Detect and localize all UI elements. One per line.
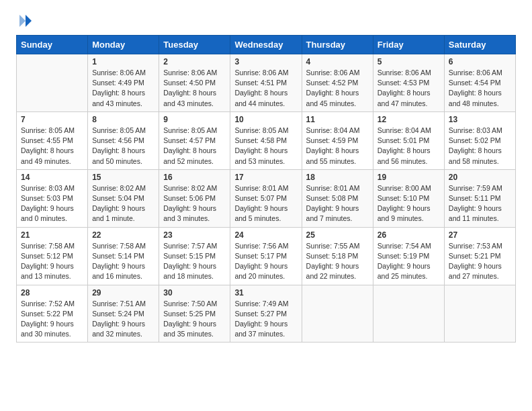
day-info-w4-d5: Sunrise: 7:55 AMSunset: 5:18 PMDaylight:… — [306, 241, 369, 282]
cell-w5-d5 — [302, 285, 373, 342]
day-number-w1-d2: 1 — [92, 57, 154, 66]
day-info-w5-d2: Sunrise: 7:51 AMSunset: 5:24 PMDaylight:… — [92, 299, 154, 340]
day-info-w3-d7: Sunrise: 7:59 AMSunset: 5:11 PMDaylight:… — [449, 183, 511, 224]
day-info-w2-d6: Sunrise: 8:04 AMSunset: 5:01 PMDaylight:… — [378, 126, 440, 167]
day-info-w1-d2: Sunrise: 8:06 AMSunset: 4:49 PMDaylight:… — [92, 68, 154, 109]
day-number-w1-d3: 2 — [163, 57, 226, 66]
day-number-w5-d2: 29 — [92, 288, 154, 298]
cell-w3-d5: 18Sunrise: 8:01 AMSunset: 5:08 PMDayligh… — [302, 169, 373, 227]
day-info-w5-d1: Sunrise: 7:52 AMSunset: 5:22 PMDaylight:… — [21, 299, 83, 340]
cell-w3-d4: 17Sunrise: 8:01 AMSunset: 5:07 PMDayligh… — [230, 169, 302, 227]
day-number-w4-d3: 23 — [163, 230, 226, 240]
day-info-w2-d7: Sunrise: 8:03 AMSunset: 5:02 PMDaylight:… — [449, 126, 511, 167]
day-number-w4-d4: 24 — [234, 230, 297, 240]
day-info-w1-d4: Sunrise: 8:06 AMSunset: 4:51 PMDaylight:… — [234, 68, 297, 109]
col-sunday: Sunday — [17, 36, 88, 54]
day-number-w4-d7: 27 — [449, 230, 511, 240]
cell-w2-d6: 12Sunrise: 8:04 AMSunset: 5:01 PMDayligh… — [373, 111, 444, 169]
day-info-w5-d3: Sunrise: 7:50 AMSunset: 5:25 PMDaylight:… — [163, 299, 226, 340]
cell-w4-d6: 26Sunrise: 7:54 AMSunset: 5:19 PMDayligh… — [373, 227, 444, 285]
cell-w5-d3: 30Sunrise: 7:50 AMSunset: 5:25 PMDayligh… — [159, 285, 230, 342]
day-number-w1-d4: 3 — [234, 57, 297, 66]
calendar-table: Sunday Monday Tuesday Wednesday Thursday… — [16, 35, 516, 342]
day-info-w1-d3: Sunrise: 8:06 AMSunset: 4:50 PMDaylight:… — [163, 68, 226, 109]
cell-w2-d4: 10Sunrise: 8:05 AMSunset: 4:58 PMDayligh… — [230, 111, 302, 169]
day-info-w4-d4: Sunrise: 7:56 AMSunset: 5:17 PMDaylight:… — [234, 241, 297, 282]
day-number-w4-d5: 25 — [306, 230, 369, 240]
logo-flag-icon — [18, 13, 33, 28]
cell-w3-d7: 20Sunrise: 7:59 AMSunset: 5:11 PMDayligh… — [444, 169, 515, 227]
svg-marker-0 — [26, 15, 32, 27]
day-number-w3-d2: 15 — [92, 173, 154, 182]
cell-w5-d7 — [444, 285, 515, 342]
col-tuesday: Tuesday — [159, 36, 230, 54]
cell-w2-d7: 13Sunrise: 8:03 AMSunset: 5:02 PMDayligh… — [444, 111, 515, 169]
day-info-w3-d6: Sunrise: 8:00 AMSunset: 5:10 PMDaylight:… — [378, 183, 440, 224]
day-info-w4-d7: Sunrise: 7:53 AMSunset: 5:21 PMDaylight:… — [449, 241, 511, 282]
cell-w1-d5: 4Sunrise: 8:06 AMSunset: 4:52 PMDaylight… — [302, 54, 373, 112]
day-number-w3-d6: 19 — [378, 173, 440, 182]
day-number-w1-d6: 5 — [378, 57, 440, 66]
day-number-w2-d4: 10 — [234, 115, 297, 124]
day-info-w1-d5: Sunrise: 8:06 AMSunset: 4:52 PMDaylight:… — [306, 68, 369, 109]
day-number-w5-d4: 31 — [234, 288, 297, 298]
cell-w2-d3: 9Sunrise: 8:05 AMSunset: 4:57 PMDaylight… — [159, 111, 230, 169]
header — [16, 13, 516, 26]
cell-w5-d6 — [373, 285, 444, 342]
week-row-5: 28Sunrise: 7:52 AMSunset: 5:22 PMDayligh… — [17, 285, 516, 342]
cell-w3-d6: 19Sunrise: 8:00 AMSunset: 5:10 PMDayligh… — [373, 169, 444, 227]
day-info-w3-d1: Sunrise: 8:03 AMSunset: 5:03 PMDaylight:… — [21, 183, 83, 224]
day-number-w2-d2: 8 — [92, 115, 154, 124]
col-monday: Monday — [88, 36, 159, 54]
svg-marker-1 — [19, 15, 26, 27]
day-number-w5-d3: 30 — [163, 288, 226, 298]
col-friday: Friday — [373, 36, 444, 54]
cell-w2-d5: 11Sunrise: 8:04 AMSunset: 4:59 PMDayligh… — [302, 111, 373, 169]
cell-w5-d2: 29Sunrise: 7:51 AMSunset: 5:24 PMDayligh… — [88, 285, 159, 342]
day-number-w4-d1: 21 — [21, 230, 83, 240]
cell-w1-d7: 6Sunrise: 8:06 AMSunset: 4:54 PMDaylight… — [444, 54, 515, 112]
cell-w2-d2: 8Sunrise: 8:05 AMSunset: 4:56 PMDaylight… — [88, 111, 159, 169]
day-number-w1-d7: 6 — [449, 57, 511, 66]
col-wednesday: Wednesday — [230, 36, 302, 54]
day-number-w3-d4: 17 — [234, 173, 297, 182]
logo — [16, 13, 33, 26]
day-info-w4-d6: Sunrise: 7:54 AMSunset: 5:19 PMDaylight:… — [378, 241, 440, 282]
day-info-w3-d3: Sunrise: 8:02 AMSunset: 5:06 PMDaylight:… — [163, 183, 226, 224]
cell-w3-d3: 16Sunrise: 8:02 AMSunset: 5:06 PMDayligh… — [159, 169, 230, 227]
col-thursday: Thursday — [302, 36, 373, 54]
day-info-w5-d4: Sunrise: 7:49 AMSunset: 5:27 PMDaylight:… — [234, 299, 297, 340]
day-number-w1-d5: 4 — [306, 57, 369, 66]
cell-w4-d2: 22Sunrise: 7:58 AMSunset: 5:14 PMDayligh… — [88, 227, 159, 285]
day-number-w2-d6: 12 — [378, 115, 440, 124]
day-info-w2-d1: Sunrise: 8:05 AMSunset: 4:55 PMDaylight:… — [21, 126, 83, 167]
cell-w1-d1 — [17, 54, 88, 112]
day-number-w3-d7: 20 — [449, 173, 511, 182]
cell-w4-d5: 25Sunrise: 7:55 AMSunset: 5:18 PMDayligh… — [302, 227, 373, 285]
day-info-w1-d7: Sunrise: 8:06 AMSunset: 4:54 PMDaylight:… — [449, 68, 511, 109]
cell-w1-d6: 5Sunrise: 8:06 AMSunset: 4:53 PMDaylight… — [373, 54, 444, 112]
cell-w3-d1: 14Sunrise: 8:03 AMSunset: 5:03 PMDayligh… — [17, 169, 88, 227]
day-number-w3-d1: 14 — [21, 173, 83, 182]
day-number-w3-d5: 18 — [306, 173, 369, 182]
header-row: Sunday Monday Tuesday Wednesday Thursday… — [17, 36, 516, 54]
cell-w1-d2: 1Sunrise: 8:06 AMSunset: 4:49 PMDaylight… — [88, 54, 159, 112]
day-number-w3-d3: 16 — [163, 173, 226, 182]
day-info-w2-d2: Sunrise: 8:05 AMSunset: 4:56 PMDaylight:… — [92, 126, 154, 167]
day-number-w4-d6: 26 — [378, 230, 440, 240]
cell-w3-d2: 15Sunrise: 8:02 AMSunset: 5:04 PMDayligh… — [88, 169, 159, 227]
week-row-2: 7Sunrise: 8:05 AMSunset: 4:55 PMDaylight… — [17, 111, 516, 169]
day-info-w2-d4: Sunrise: 8:05 AMSunset: 4:58 PMDaylight:… — [234, 126, 297, 167]
day-number-w2-d7: 13 — [449, 115, 511, 124]
day-info-w2-d5: Sunrise: 8:04 AMSunset: 4:59 PMDaylight:… — [306, 126, 369, 167]
day-number-w2-d1: 7 — [21, 115, 83, 124]
cell-w2-d1: 7Sunrise: 8:05 AMSunset: 4:55 PMDaylight… — [17, 111, 88, 169]
day-info-w1-d6: Sunrise: 8:06 AMSunset: 4:53 PMDaylight:… — [378, 68, 440, 109]
day-info-w3-d4: Sunrise: 8:01 AMSunset: 5:07 PMDaylight:… — [234, 183, 297, 224]
week-row-3: 14Sunrise: 8:03 AMSunset: 5:03 PMDayligh… — [17, 169, 516, 227]
cell-w5-d4: 31Sunrise: 7:49 AMSunset: 5:27 PMDayligh… — [230, 285, 302, 342]
day-info-w3-d5: Sunrise: 8:01 AMSunset: 5:08 PMDaylight:… — [306, 183, 369, 224]
day-info-w2-d3: Sunrise: 8:05 AMSunset: 4:57 PMDaylight:… — [163, 126, 226, 167]
day-number-w5-d1: 28 — [21, 288, 83, 298]
day-info-w4-d1: Sunrise: 7:58 AMSunset: 5:12 PMDaylight:… — [21, 241, 83, 282]
